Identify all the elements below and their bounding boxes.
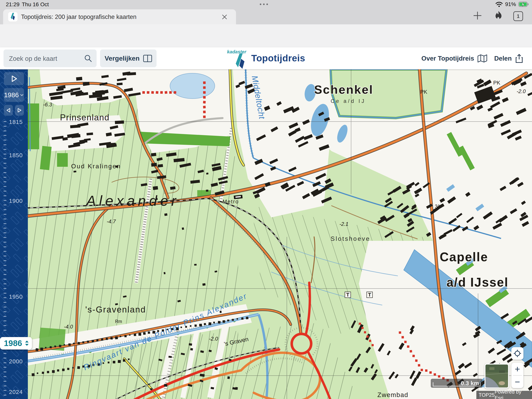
place-label-metro: Metro: [222, 199, 239, 205]
compare-label: Vergelijken: [105, 55, 140, 62]
status-indicators: 91%: [495, 1, 529, 7]
share-label: Delen: [494, 55, 512, 62]
search-icon[interactable]: [84, 55, 92, 62]
status-bar: 21:29 Thu 16 Oct 91%: [0, 0, 532, 9]
minimap-satellite: [485, 365, 508, 387]
multitasking-dots-icon[interactable]: [260, 4, 268, 5]
year-dropdown[interactable]: 1986: [4, 88, 24, 102]
zoom-out-button[interactable]: −: [511, 376, 523, 388]
step-forward-icon: [17, 107, 22, 113]
locate-crosshair-icon: [513, 349, 521, 357]
place-label-schenkel-sub: Ce a/d IJ: [331, 98, 366, 104]
year-sort-arrows-icon: [25, 340, 29, 346]
symbol-label-pk: PK: [420, 89, 427, 95]
play-timeline-button[interactable]: [4, 72, 24, 85]
timeline-year-1815[interactable]: 1815: [9, 119, 26, 125]
zoom-in-button[interactable]: +: [511, 363, 523, 375]
new-tab-icon[interactable]: [473, 11, 482, 20]
scale-bracket: [431, 379, 482, 388]
play-icon: [10, 75, 18, 83]
pylon-symbol: T: [346, 292, 349, 298]
place-label-schenkel: Schenkel: [314, 83, 373, 96]
about-label: Over Topotijdreis: [421, 55, 474, 62]
place-label-capelle2: a/d IJssel: [447, 275, 508, 289]
number-label: 31: [435, 204, 440, 209]
depth-label: -4.0: [64, 324, 73, 330]
depth-label: -2.0: [209, 336, 218, 342]
zoom-panel: + −: [511, 363, 523, 388]
place-label-oud-kralingen: Oud Kralingen: [71, 163, 121, 170]
kadaster-logo-icon: [232, 52, 248, 70]
locate-button[interactable]: [511, 347, 523, 360]
symbol-label-rm: Rm: [115, 319, 122, 324]
timeline-year-1850[interactable]: 1850: [9, 152, 26, 159]
battery-icon: [518, 1, 529, 7]
step-back-icon: [6, 107, 11, 113]
compare-button[interactable]: Vergelijken: [100, 50, 157, 67]
map-canvas[interactable]: -6.3 Prinsenland Oud Kralingen Alexander…: [28, 69, 532, 399]
wifi-icon: [495, 1, 503, 7]
place-label-prinsenland: Prinsenland: [60, 113, 109, 122]
battery-percent: 91%: [505, 1, 516, 7]
step-year-back-button[interactable]: [4, 105, 13, 116]
site-favicon: [8, 12, 18, 21]
site-title: Topotijdreis: [251, 53, 305, 64]
depth-label: -2.0: [517, 89, 526, 94]
tab-count-button[interactable]: 1: [513, 11, 523, 21]
timeline-year-2000[interactable]: 2000: [9, 358, 26, 365]
tab-title: Topotijdreis: 200 jaar topografische kaa…: [21, 13, 137, 20]
timeline-sidebar: 1986 1815 1850 1900 1950 2000 2024 1986: [0, 69, 28, 399]
timeline-year-2024[interactable]: 2024: [9, 389, 26, 395]
close-tab-icon[interactable]: [221, 13, 228, 21]
place-label-slotshoeve: Slotshoeve: [331, 235, 370, 242]
chevron-down-icon: [20, 94, 24, 97]
map-search-box[interactable]: [4, 50, 97, 67]
depth-label: -2.1: [339, 221, 348, 227]
timeline-year-1900[interactable]: 1900: [9, 198, 26, 204]
year-dropdown-value: 1986: [4, 91, 19, 99]
place-label-capelle: Capelle: [440, 250, 488, 264]
minimap-thumbnail[interactable]: [484, 364, 509, 388]
attribution-layer: TOP25: [479, 392, 495, 398]
depth-label: -6.3: [43, 102, 52, 108]
selected-year-pill[interactable]: 1986: [0, 337, 32, 349]
share-page-button[interactable]: Delen: [494, 47, 523, 69]
about-link[interactable]: Over Topotijdreis: [421, 47, 488, 69]
step-year-forward-button[interactable]: [15, 105, 24, 116]
map-icon: [477, 54, 488, 63]
attribution-powered: Powered by Esri: [495, 389, 530, 399]
symbol-label-pk: PK: [493, 80, 500, 86]
scale-bar: 0.3 km: [431, 379, 482, 388]
map-attribution: TOP25 Powered by Esri: [476, 391, 532, 399]
share-page-icon: [515, 54, 523, 63]
browser-tab[interactable]: Topotijdreis: 200 jaar topografische kaa…: [3, 9, 236, 24]
status-time: 21:29: [6, 1, 19, 8]
pylon-symbol: T: [368, 292, 371, 298]
search-input[interactable]: [9, 50, 83, 68]
place-label-gravenland: 's-Gravenland: [85, 305, 146, 314]
depth-label: -4.7: [107, 219, 116, 225]
status-date: Thu 16 Oct: [22, 1, 49, 8]
selected-year: 1986: [4, 339, 22, 348]
browser-chrome: 21:29 Thu 16 Oct 91% Topotijdreis: 200 j…: [0, 0, 532, 24]
split-view-icon: [143, 55, 152, 62]
private-mode-flame-icon[interactable]: [495, 11, 502, 20]
tab-count: 1: [517, 13, 519, 19]
url-toolbar: ← → topotijdreis.nl: [0, 24, 532, 47]
timeline-year-1950[interactable]: 1950: [9, 293, 26, 300]
place-label-alexander: Alexander: [85, 193, 179, 209]
site-header: Vergelijken kadaster Topotijdreis Over T…: [0, 47, 532, 69]
place-label-zwembad: Zwembad: [377, 391, 408, 399]
